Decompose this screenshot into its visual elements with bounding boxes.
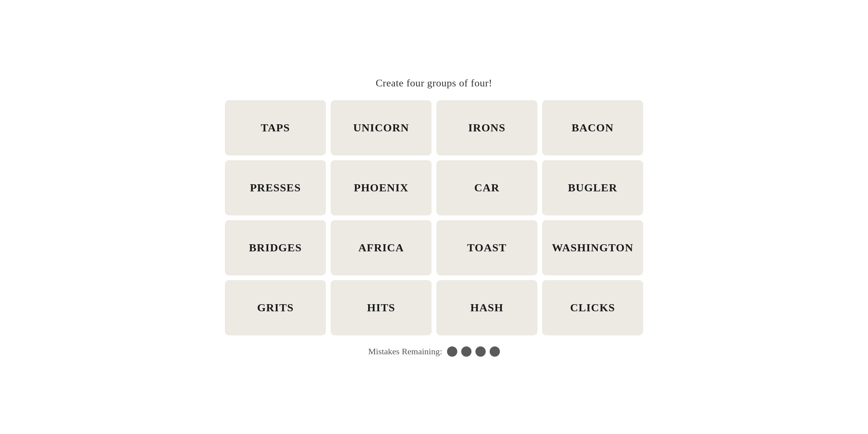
tile-label-hash: HASH: [470, 301, 503, 314]
tile-presses[interactable]: PRESSES: [225, 160, 326, 215]
mistake-dot-4: [490, 346, 500, 357]
tile-label-bacon: BACON: [572, 122, 614, 134]
mistake-dot-2: [461, 346, 471, 357]
tile-bugler[interactable]: BUGLER: [542, 160, 643, 215]
game-subtitle: Create four groups of four!: [376, 77, 492, 89]
tile-label-phoenix: PHOENIX: [354, 181, 409, 194]
tile-label-unicorn: UNICORN: [353, 122, 409, 134]
tile-africa[interactable]: AFRICA: [331, 220, 432, 275]
tile-bacon[interactable]: BACON: [542, 100, 643, 155]
tile-hash[interactable]: HASH: [436, 280, 537, 335]
tile-label-washington: WASHINGTON: [552, 241, 634, 254]
mistakes-dots: [447, 346, 500, 357]
tile-bridges[interactable]: BRIDGES: [225, 220, 326, 275]
tile-label-bugler: BUGLER: [568, 181, 617, 194]
tile-label-clicks: CLICKS: [570, 301, 615, 314]
tile-label-hits: HITS: [367, 301, 395, 314]
tile-clicks[interactable]: CLICKS: [542, 280, 643, 335]
tile-taps[interactable]: TAPS: [225, 100, 326, 155]
tile-grid: TAPSUNICORNIRONSBACONPRESSESPHOENIXCARBU…: [225, 100, 643, 335]
tile-washington[interactable]: WASHINGTON: [542, 220, 643, 275]
tile-label-grits: GRITS: [257, 301, 294, 314]
tile-toast[interactable]: TOAST: [436, 220, 537, 275]
tile-label-car: CAR: [474, 181, 499, 194]
tile-hits[interactable]: HITS: [331, 280, 432, 335]
tile-label-toast: TOAST: [467, 241, 507, 254]
mistakes-section: Mistakes Remaining:: [368, 346, 500, 357]
mistake-dot-1: [447, 346, 457, 357]
tile-label-taps: TAPS: [261, 122, 290, 134]
tile-grits[interactable]: GRITS: [225, 280, 326, 335]
tile-label-presses: PRESSES: [250, 181, 301, 194]
tile-phoenix[interactable]: PHOENIX: [331, 160, 432, 215]
game-container: Create four groups of four! TAPSUNICORNI…: [225, 77, 643, 357]
mistake-dot-3: [475, 346, 486, 357]
tile-label-bridges: BRIDGES: [249, 241, 302, 254]
tile-label-africa: AFRICA: [358, 241, 404, 254]
mistakes-label: Mistakes Remaining:: [368, 346, 442, 357]
tile-unicorn[interactable]: UNICORN: [331, 100, 432, 155]
tile-car[interactable]: CAR: [436, 160, 537, 215]
tile-irons[interactable]: IRONS: [436, 100, 537, 155]
tile-label-irons: IRONS: [468, 122, 505, 134]
